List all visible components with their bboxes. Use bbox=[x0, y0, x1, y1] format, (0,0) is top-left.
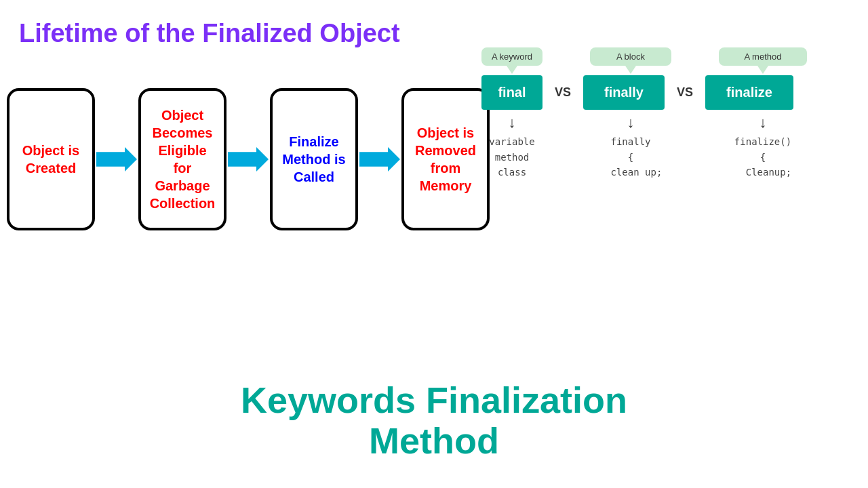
flow-arrow-1 bbox=[96, 147, 137, 171]
flow-section: Object is Created Object Becomes Eligibl… bbox=[7, 88, 490, 230]
flow-box-3: Finalize Method is Called bbox=[270, 88, 358, 230]
flow-arrow-3 bbox=[359, 147, 400, 171]
bubbles-row: A keyword A block A method bbox=[475, 47, 858, 66]
finally-code-col: ↓ finally{ clean up; bbox=[590, 114, 671, 180]
flow-box-3-text: Finalize Method is Called bbox=[279, 133, 349, 186]
keyword-final: final bbox=[481, 75, 542, 110]
down-arrow-finally: ↓ bbox=[627, 114, 635, 131]
flow-arrow-2 bbox=[228, 147, 269, 171]
finalize-code-col: ↓ finalize(){ Cleanup; bbox=[719, 114, 807, 180]
flow-box-2-text: Object Becomes Eligible for Garbage Coll… bbox=[148, 106, 217, 212]
finally-code-text: finally{ clean up; bbox=[599, 134, 663, 180]
bottom-title: Keywords Finalization Method bbox=[0, 380, 868, 461]
final-code-col: ↓ variablemethodclass bbox=[481, 114, 542, 180]
vs-label-2: VS bbox=[665, 85, 705, 100]
flow-box-2: Object Becomes Eligible for Garbage Coll… bbox=[138, 88, 226, 230]
down-arrow-final: ↓ bbox=[509, 114, 516, 131]
final-code-text: variablemethodclass bbox=[489, 134, 534, 180]
finalize-code-text: finalize(){ Cleanup; bbox=[734, 134, 791, 180]
keywords-row: final VS finally VS finalize bbox=[475, 75, 858, 110]
flow-box-1: Object is Created bbox=[7, 88, 95, 230]
flow-box-1-text: Object is Created bbox=[16, 142, 85, 177]
bubble-finally: A block bbox=[590, 47, 671, 66]
compare-section: A keyword A block A method final VS fina… bbox=[475, 47, 858, 180]
bubble-final: A keyword bbox=[481, 47, 542, 66]
keyword-finally: finally bbox=[583, 75, 665, 110]
page-title: Lifetime of the Finalized Object bbox=[19, 19, 400, 48]
bubble-finalize: A method bbox=[719, 47, 807, 66]
flow-box-4-text: Object is Removed from Memory bbox=[411, 124, 480, 195]
keyword-finalize: finalize bbox=[705, 75, 793, 110]
code-section: ↓ variablemethodclass ↓ finally{ clean u… bbox=[475, 114, 858, 180]
down-arrow-finalize: ↓ bbox=[760, 114, 767, 131]
vs-label-1: VS bbox=[542, 85, 583, 100]
